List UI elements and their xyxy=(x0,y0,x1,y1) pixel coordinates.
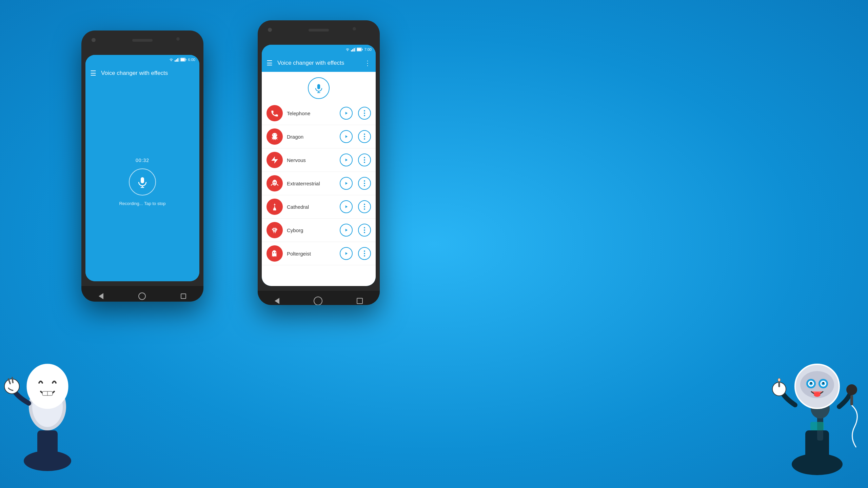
mic-header xyxy=(262,72,376,102)
svg-marker-20 xyxy=(346,112,348,115)
telephone-play-button[interactable] xyxy=(340,107,353,120)
left-time: 6:00 xyxy=(188,58,195,62)
right-phone-top-bezel xyxy=(258,20,380,40)
right-home-button[interactable] xyxy=(314,297,322,305)
right-menu-icon[interactable]: ☰ xyxy=(267,59,273,67)
right-speaker-grille xyxy=(309,29,329,32)
cyborg-icon xyxy=(267,222,283,238)
nervous-more-button[interactable] xyxy=(358,154,371,166)
home-button[interactable] xyxy=(138,292,146,300)
mic-icon xyxy=(136,176,149,188)
right-signal-icon xyxy=(351,47,356,52)
extraterrestrial-dots-icon xyxy=(364,180,365,186)
right-status-icons: 7:00 xyxy=(345,47,372,52)
cyborg-name: Cyborg xyxy=(287,227,334,233)
right-more-icon[interactable]: ⋮ xyxy=(364,59,371,67)
svg-rect-15 xyxy=(357,48,361,51)
svg-rect-2 xyxy=(177,58,178,62)
list-item[interactable]: Dragon xyxy=(262,125,376,148)
poltergeist-play-button[interactable] xyxy=(340,247,353,260)
camera-dot xyxy=(92,38,96,42)
svg-marker-38 xyxy=(346,252,348,255)
telephone-dots-icon xyxy=(364,110,365,116)
recents-button[interactable] xyxy=(181,293,186,299)
mic-header-icon xyxy=(314,83,324,93)
list-item[interactable]: Telephone xyxy=(262,102,376,125)
svg-rect-33 xyxy=(272,229,273,230)
recording-text[interactable]: Recording... Tap to stop xyxy=(119,201,165,206)
dragon-name: Dragon xyxy=(287,134,334,140)
effects-screen: Telephone Dragon xyxy=(262,72,376,286)
cathedral-icon xyxy=(267,199,283,215)
cyborg-more-button[interactable] xyxy=(358,224,371,237)
back-button[interactable] xyxy=(99,293,103,299)
nervous-name: Nervous xyxy=(287,157,334,163)
telephone-more-button[interactable] xyxy=(358,107,371,120)
effect-list: Telephone Dragon xyxy=(262,102,376,265)
left-app-title: Voice changer with effects xyxy=(101,70,195,77)
phone-top-bezel xyxy=(81,30,203,50)
cathedral-dots-icon xyxy=(364,204,365,210)
list-item[interactable]: Nervous xyxy=(262,148,376,172)
left-app-bar: ☰ Voice changer with effects xyxy=(85,64,199,82)
svg-point-62 xyxy=(823,382,824,384)
poltergeist-icon xyxy=(267,245,283,262)
svg-rect-10 xyxy=(351,50,352,52)
right-battery-icon xyxy=(357,47,363,52)
home-circle-icon xyxy=(138,292,146,300)
dragon-dots-icon xyxy=(364,134,365,140)
cyborg-dots-icon xyxy=(364,227,365,233)
left-phone: 6:00 ☰ Voice changer with effects 00:32 … xyxy=(81,30,203,302)
right-back-button[interactable] xyxy=(275,298,279,304)
extraterrestrial-name: Extraterrestrial xyxy=(287,181,334,186)
svg-rect-3 xyxy=(179,58,179,62)
cathedral-play-button[interactable] xyxy=(340,200,353,213)
svg-rect-12 xyxy=(354,48,355,52)
svg-marker-23 xyxy=(346,159,348,161)
dragon-play-button[interactable] xyxy=(340,130,353,143)
svg-rect-13 xyxy=(355,47,356,52)
speaker-grille xyxy=(132,39,153,42)
svg-point-36 xyxy=(273,252,274,253)
svg-point-46 xyxy=(4,379,19,394)
svg-point-58 xyxy=(810,382,812,384)
mic-header-circle[interactable] xyxy=(308,77,330,99)
right-bottom-nav xyxy=(258,291,380,305)
cathedral-name: Cathedral xyxy=(287,204,334,210)
list-item[interactable]: Cathedral xyxy=(262,195,376,219)
left-menu-icon[interactable]: ☰ xyxy=(90,69,96,77)
right-front-camera xyxy=(353,27,356,30)
dragon-more-button[interactable] xyxy=(358,130,371,143)
svg-point-63 xyxy=(814,392,821,397)
svg-rect-1 xyxy=(176,59,177,62)
nervous-play-button[interactable] xyxy=(340,154,353,166)
svg-rect-16 xyxy=(362,49,362,50)
recording-screen: 00:32 Recording... Tap to stop xyxy=(85,82,199,281)
svg-line-48 xyxy=(12,378,13,383)
right-wifi-icon xyxy=(345,47,350,52)
signal-icon xyxy=(175,58,179,62)
wifi-icon xyxy=(169,58,174,62)
list-item[interactable]: Extraterrestrial xyxy=(262,172,376,195)
right-mascot xyxy=(766,319,868,488)
list-item[interactable]: Poltergeist xyxy=(262,242,376,265)
list-item[interactable]: Cyborg xyxy=(262,219,376,242)
svg-rect-30 xyxy=(273,228,277,232)
poltergeist-more-button[interactable] xyxy=(358,247,371,260)
svg-rect-6 xyxy=(185,59,186,60)
svg-rect-17 xyxy=(317,84,320,89)
extraterrestrial-play-button[interactable] xyxy=(340,177,353,190)
right-status-bar: 7:00 xyxy=(262,45,376,54)
left-status-bar: 6:00 xyxy=(85,55,199,64)
mic-circle-button[interactable] xyxy=(129,168,156,196)
svg-marker-29 xyxy=(346,205,348,208)
right-recents-button[interactable] xyxy=(357,298,363,304)
front-camera xyxy=(176,37,180,41)
cyborg-play-button[interactable] xyxy=(340,224,353,237)
svg-point-43 xyxy=(27,364,68,408)
svg-rect-0 xyxy=(175,60,176,62)
cathedral-more-button[interactable] xyxy=(358,200,371,213)
extraterrestrial-more-button[interactable] xyxy=(358,177,371,190)
left-status-icons: 6:00 xyxy=(169,58,195,62)
svg-rect-69 xyxy=(810,422,824,430)
